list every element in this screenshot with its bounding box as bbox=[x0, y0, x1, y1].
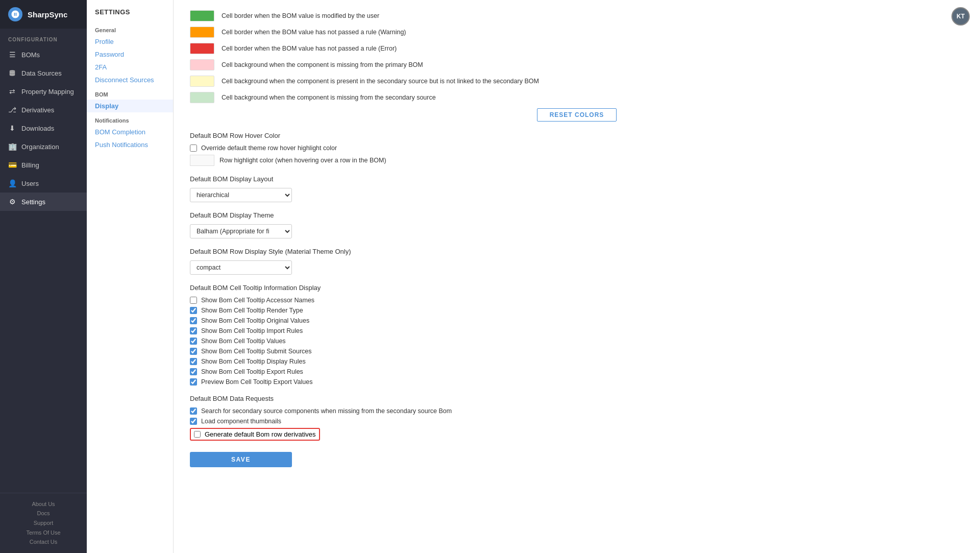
sub-sidebar-title: SETTINGS bbox=[87, 8, 173, 22]
color-swatch-row: Cell border when the BOM value has not p… bbox=[190, 43, 964, 54]
tooltip-checkbox-label: Show Bom Cell Tooltip Import Rules bbox=[201, 327, 303, 334]
docs-link[interactable]: Docs bbox=[8, 509, 79, 518]
color-label: Cell background when the component is mi… bbox=[222, 61, 423, 68]
tooltip-checkbox[interactable] bbox=[190, 348, 197, 355]
tooltip-checkbox-label: Show Bom Cell Tooltip Accessor Names bbox=[201, 297, 314, 304]
support-link[interactable]: Support bbox=[8, 518, 79, 528]
data-request-checkbox[interactable] bbox=[190, 407, 197, 415]
tooltip-checkbox-label: Show Bom Cell Tooltip Original Values bbox=[201, 317, 309, 324]
data-request-checkboxes: Search for secondary source components w… bbox=[190, 407, 964, 444]
sub-item-2fa[interactable]: 2FA bbox=[87, 61, 173, 74]
sub-item-profile[interactable]: Profile bbox=[87, 35, 173, 48]
app-name: SharpSync bbox=[28, 10, 67, 19]
reset-colors-button[interactable]: RESET COLORS bbox=[537, 108, 617, 122]
color-swatch-row: Cell background when the component is mi… bbox=[190, 59, 964, 70]
tooltip-checkbox-row: Show Bom Cell Tooltip Submit Sources bbox=[190, 348, 964, 355]
main-content: Cell border when the BOM value is modifi… bbox=[174, 0, 980, 553]
tooltip-checkbox[interactable] bbox=[190, 297, 197, 304]
sidebar-item-derivatives[interactable]: ⎇ Derivatives bbox=[0, 101, 87, 119]
sidebar-item-data-sources[interactable]: Data Sources bbox=[0, 64, 87, 82]
sidebar-item-organization[interactable]: 🏢 Organization bbox=[0, 137, 87, 156]
tooltip-section-title: Default BOM Cell Tooltip Information Dis… bbox=[190, 284, 964, 292]
theme-section-title: Default BOM Display Theme bbox=[190, 211, 964, 219]
row-style-section-title: Default BOM Row Display Style (Material … bbox=[190, 248, 964, 255]
tooltip-checkbox-row: Show Bom Cell Tooltip Original Values bbox=[190, 317, 964, 324]
sidebar-item-billing[interactable]: 💳 Billing bbox=[0, 156, 87, 174]
about-us-link[interactable]: About Us bbox=[8, 499, 79, 509]
color-swatch-row: Cell background when the component is mi… bbox=[190, 92, 964, 103]
tooltip-checkbox[interactable] bbox=[190, 338, 197, 345]
app-header: SharpSync bbox=[0, 0, 87, 29]
sidebar-item-label: Derivatives bbox=[21, 106, 54, 114]
data-request-checkbox-row: Generate default Bom row derivatives bbox=[190, 428, 964, 444]
sidebar-item-label: BOMs bbox=[21, 51, 40, 59]
sidebar-item-downloads[interactable]: ⬇ Downloads bbox=[0, 119, 87, 137]
data-request-checkbox-label: Generate default Bom row derivatives bbox=[205, 430, 316, 438]
user-avatar[interactable]: KT bbox=[951, 7, 970, 26]
sub-item-push-notifications[interactable]: Push Notifications bbox=[87, 138, 173, 151]
tooltip-checkbox[interactable] bbox=[190, 327, 197, 334]
sidebar-item-property-mapping[interactable]: ⇄ Property Mapping bbox=[0, 82, 87, 101]
save-button[interactable]: SAVE bbox=[190, 452, 292, 467]
override-hover-row: Override default theme row hover highlig… bbox=[190, 145, 964, 152]
sub-item-display[interactable]: Display bbox=[87, 100, 173, 112]
color-swatch-row: Cell border when the BOM value is modifi… bbox=[190, 10, 964, 21]
billing-icon: 💳 bbox=[8, 161, 16, 169]
data-request-checkbox[interactable] bbox=[194, 431, 201, 438]
tooltip-checkbox-label: Preview Bom Cell Tooltip Export Values bbox=[201, 378, 312, 386]
color-swatch[interactable] bbox=[190, 59, 214, 70]
sidebar-item-users[interactable]: 👤 Users bbox=[0, 174, 87, 193]
sidebar-item-label: Downloads bbox=[21, 125, 54, 132]
color-label: Cell background when the component is mi… bbox=[222, 94, 436, 101]
sub-item-bom-completion[interactable]: BOM Completion bbox=[87, 126, 173, 138]
data-requests-title: Default BOM Data Requests bbox=[190, 395, 964, 402]
color-swatch[interactable] bbox=[190, 27, 214, 38]
color-swatch[interactable] bbox=[190, 10, 214, 21]
hover-section-title: Default BOM Row Hover Color bbox=[190, 132, 964, 139]
sidebar-item-label: Data Sources bbox=[21, 69, 62, 77]
contact-us-link[interactable]: Contact Us bbox=[8, 537, 79, 547]
layout-select[interactable]: hierarchical flat bbox=[190, 188, 292, 202]
data-request-checkbox[interactable] bbox=[190, 418, 197, 425]
sidebar-item-label: Organization bbox=[21, 143, 59, 151]
boms-icon: ☰ bbox=[8, 51, 16, 59]
tooltip-checkbox[interactable] bbox=[190, 368, 197, 375]
tooltip-checkbox-label: Show Bom Cell Tooltip Export Rules bbox=[201, 368, 303, 375]
sidebar-item-label: Property Mapping bbox=[21, 88, 74, 95]
tooltip-checkbox[interactable] bbox=[190, 358, 197, 365]
layout-section-title: Default BOM Display Layout bbox=[190, 175, 964, 183]
tooltip-checkbox-row: Preview Bom Cell Tooltip Export Values bbox=[190, 378, 964, 386]
color-swatch[interactable] bbox=[190, 76, 214, 87]
terms-of-use-link[interactable]: Terms Of Use bbox=[8, 528, 79, 538]
data-request-checkbox-row: Search for secondary source components w… bbox=[190, 407, 964, 415]
row-style-select[interactable]: compact normal comfortable bbox=[190, 260, 292, 275]
sidebar-item-boms[interactable]: ☰ BOMs bbox=[0, 45, 87, 64]
theme-select[interactable]: Balham (Appropriate for fitting more da … bbox=[190, 224, 292, 238]
tooltip-checkbox-row: Show Bom Cell Tooltip Accessor Names bbox=[190, 297, 964, 304]
tooltip-checkbox-row: Show Bom Cell Tooltip Display Rules bbox=[190, 358, 964, 365]
color-swatches-section: Cell border when the BOM value is modifi… bbox=[190, 10, 964, 103]
tooltip-checkbox[interactable] bbox=[190, 378, 197, 386]
tooltip-checkbox[interactable] bbox=[190, 307, 197, 314]
sidebar-item-settings[interactable]: ⚙ Settings bbox=[0, 193, 87, 211]
hover-color-swatch[interactable] bbox=[190, 155, 214, 166]
sub-item-disconnect-sources[interactable]: Disconnect Sources bbox=[87, 74, 173, 86]
sub-item-password[interactable]: Password bbox=[87, 48, 173, 61]
data-request-checkbox-label: Search for secondary source components w… bbox=[201, 407, 452, 415]
notifications-section-label: Notifications bbox=[87, 112, 173, 126]
sidebar: SharpSync CONFIGURATION ☰ BOMs Data Sour… bbox=[0, 0, 87, 553]
tooltip-checkbox-label: Show Bom Cell Tooltip Render Type bbox=[201, 307, 303, 314]
downloads-icon: ⬇ bbox=[8, 124, 16, 132]
property-mapping-icon: ⇄ bbox=[8, 87, 16, 95]
tooltip-checkbox-label: Show Bom Cell Tooltip Display Rules bbox=[201, 358, 306, 365]
color-label: Cell background when the component is pr… bbox=[222, 78, 539, 85]
tooltip-checkbox-row: Show Bom Cell Tooltip Values bbox=[190, 338, 964, 345]
override-hover-checkbox[interactable] bbox=[190, 145, 197, 152]
general-section-label: General bbox=[87, 22, 173, 35]
tooltip-checkboxes: Show Bom Cell Tooltip Accessor Names Sho… bbox=[190, 297, 964, 386]
color-swatch[interactable] bbox=[190, 92, 214, 103]
sidebar-item-label: Users bbox=[21, 180, 39, 187]
svg-point-0 bbox=[10, 70, 15, 72]
color-swatch[interactable] bbox=[190, 43, 214, 54]
tooltip-checkbox[interactable] bbox=[190, 317, 197, 324]
